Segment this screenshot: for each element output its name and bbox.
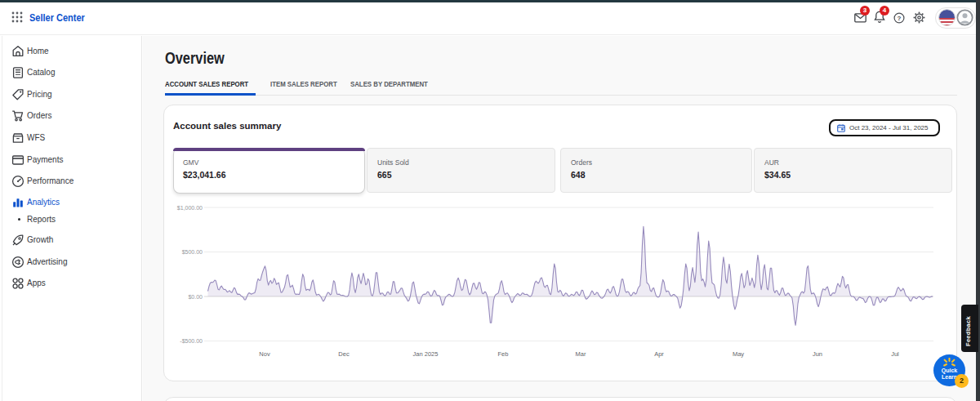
svg-text:May: May (733, 350, 744, 358)
svg-text:Jan 2025: Jan 2025 (413, 350, 439, 358)
svg-text:Dec: Dec (338, 350, 350, 358)
svg-text:$0.00: $0.00 (188, 294, 203, 300)
svg-text:$500.00: $500.00 (182, 249, 203, 255)
svg-text:-$500.00: -$500.00 (180, 338, 203, 344)
svg-text:Mar: Mar (576, 350, 586, 358)
svg-text:Nov: Nov (259, 350, 270, 358)
svg-text:?: ? (898, 15, 902, 22)
svg-text:Jun: Jun (813, 350, 822, 358)
svg-text:Jul: Jul (891, 350, 899, 358)
svg-text:Apr: Apr (654, 350, 664, 358)
svg-text:Feb: Feb (498, 350, 509, 358)
svg-text:$1,000.00: $1,000.00 (177, 205, 203, 211)
